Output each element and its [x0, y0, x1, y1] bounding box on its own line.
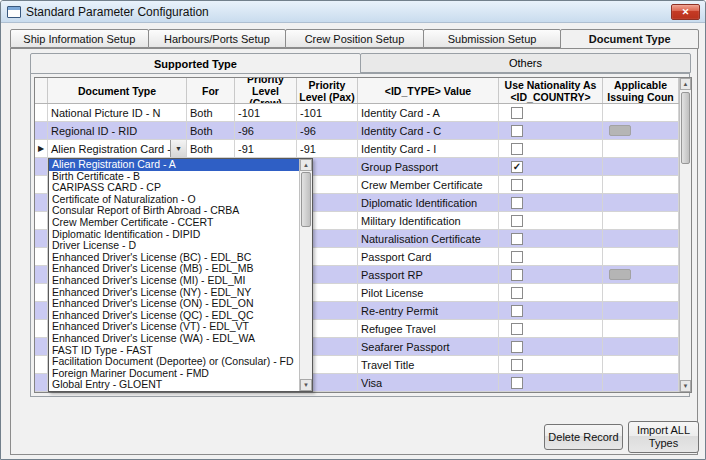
use-nationality-checkbox[interactable]	[511, 359, 523, 371]
dropdown-scroll-down-button[interactable]: ▼	[300, 379, 312, 391]
use-nationality-checkbox[interactable]	[511, 269, 523, 281]
cell-applicable-issuing-country[interactable]	[603, 230, 679, 248]
row-selector-cell[interactable]	[35, 140, 48, 158]
cell-use-nationality[interactable]	[499, 284, 603, 302]
cell-use-nationality[interactable]	[499, 104, 603, 122]
tab-harbours-ports-setup[interactable]: Harbours/Ports Setup	[148, 29, 287, 48]
cell-priority-crew[interactable]: -91	[235, 140, 297, 158]
cell-priority-crew[interactable]: -101	[235, 104, 297, 122]
cell-priority-pax[interactable]: -96	[297, 122, 358, 140]
dropdown-item[interactable]: Consular Report of Birth Abroad - CRBA	[49, 205, 299, 217]
cell-id-type-value[interactable]: Identity Card - A	[358, 104, 499, 122]
dropdown-scrollbar-thumb[interactable]	[301, 172, 311, 227]
dropdown-item[interactable]: Global Entry - GLOENT	[49, 379, 299, 391]
dropdown-item[interactable]: Crew Member Certificate - CCERT	[49, 217, 299, 229]
dropdown-item[interactable]: FAST ID Type - FAST	[49, 345, 299, 357]
cell-applicable-issuing-country[interactable]	[603, 176, 679, 194]
dropdown-item[interactable]: Enhanced Driver's License (MB) - EDL_MB	[49, 263, 299, 275]
cell-use-nationality[interactable]	[499, 158, 603, 176]
dropdown-item[interactable]: Foreign Mariner Document - FMD	[49, 368, 299, 380]
row-selector-cell[interactable]	[35, 104, 48, 122]
dropdown-item[interactable]: Alien Registration Card - A	[49, 159, 299, 171]
use-nationality-checkbox[interactable]	[511, 143, 523, 155]
cell-id-type-value[interactable]: Crew Member Certificate	[358, 176, 499, 194]
cell-applicable-issuing-country[interactable]	[603, 104, 679, 122]
subtab-others[interactable]: Others	[360, 53, 691, 73]
cell-applicable-issuing-country[interactable]	[603, 248, 679, 266]
use-nationality-checkbox[interactable]	[511, 215, 523, 227]
cell-id-type-value[interactable]: Identity Card - I	[358, 140, 499, 158]
cell-applicable-issuing-country[interactable]	[603, 302, 679, 320]
cell-id-type-value[interactable]: Refugee Travel	[358, 320, 499, 338]
use-nationality-checkbox[interactable]	[511, 287, 523, 299]
tab-submission-setup[interactable]: Submission Setup	[423, 29, 562, 48]
cell-id-type-value[interactable]: Naturalisation Certificate	[358, 230, 499, 248]
dropdown-item[interactable]: Enhanced Driver's License (NY) - EDL_NY	[49, 287, 299, 299]
cell-applicable-issuing-country[interactable]	[603, 320, 679, 338]
cell-for[interactable]: Both	[187, 140, 235, 158]
cell-priority-crew[interactable]: -96	[235, 122, 297, 140]
cell-use-nationality[interactable]	[499, 248, 603, 266]
dropdown-item[interactable]: Certificate of Naturalization - O	[49, 194, 299, 206]
use-nationality-checkbox[interactable]	[511, 233, 523, 245]
use-nationality-checkbox[interactable]	[511, 107, 523, 119]
cell-use-nationality[interactable]	[499, 230, 603, 248]
cell-document-type[interactable]: Alien Registration Card - A	[48, 140, 187, 158]
cell-use-nationality[interactable]	[499, 194, 603, 212]
row-selector-cell[interactable]	[35, 212, 48, 230]
cell-applicable-issuing-country[interactable]	[603, 140, 679, 158]
dropdown-item[interactable]: Enhanced Driver's License (BC) - EDL_BC	[49, 252, 299, 264]
cell-id-type-value[interactable]: Diplomatic Identification	[358, 194, 499, 212]
cell-priority-pax[interactable]: -101	[297, 104, 358, 122]
use-nationality-checkbox[interactable]	[511, 179, 523, 191]
cell-id-type-value[interactable]: Passport RP	[358, 266, 499, 284]
cell-id-type-value[interactable]: Re-entry Permit	[358, 302, 499, 320]
cell-for[interactable]: Both	[187, 104, 235, 122]
table-row[interactable]: National Picture ID - N Both -101 -101 I…	[35, 104, 679, 122]
scroll-up-button[interactable]: ▲	[680, 78, 691, 90]
cell-use-nationality[interactable]	[499, 338, 603, 356]
cell-applicable-issuing-country[interactable]	[603, 266, 679, 284]
row-selector-cell[interactable]	[35, 266, 48, 284]
cell-document-type[interactable]: National Picture ID - N	[48, 104, 187, 122]
row-selector-cell[interactable]	[35, 158, 48, 176]
cell-id-type-value[interactable]: Identity Card - C	[358, 122, 499, 140]
tab-crew-position-setup[interactable]: Crew Position Setup	[285, 29, 424, 48]
use-nationality-checkbox[interactable]	[511, 305, 523, 317]
dropdown-item[interactable]: Enhanced Driver's License (MI) - EDL_MI	[49, 275, 299, 287]
close-button[interactable]: ✕	[671, 4, 700, 20]
cell-applicable-issuing-country[interactable]	[603, 284, 679, 302]
row-selector-cell[interactable]	[35, 122, 48, 140]
delete-record-button[interactable]: Delete Record	[544, 424, 623, 450]
use-nationality-checkbox[interactable]	[511, 197, 523, 209]
use-nationality-checkbox[interactable]	[511, 341, 523, 353]
cell-id-type-value[interactable]: Seafarer Passport	[358, 338, 499, 356]
cell-use-nationality[interactable]	[499, 374, 603, 392]
import-all-types-button[interactable]: Import ALL Types	[628, 421, 699, 453]
row-selector-cell[interactable]	[35, 176, 48, 194]
row-selector-cell[interactable]	[35, 320, 48, 338]
row-selector-cell[interactable]	[35, 338, 48, 356]
cell-applicable-issuing-country[interactable]	[603, 374, 679, 392]
cell-id-type-value[interactable]: Passport Card	[358, 248, 499, 266]
cell-use-nationality[interactable]	[499, 176, 603, 194]
cell-id-type-value[interactable]: Travel Title	[358, 356, 499, 374]
use-nationality-checkbox[interactable]	[511, 125, 523, 137]
table-row[interactable]: Regional ID - RID Both -96 -96 Identity …	[35, 122, 679, 140]
dropdown-item[interactable]: Driver License - D	[49, 240, 299, 252]
row-selector-cell[interactable]	[35, 284, 48, 302]
row-selector-cell[interactable]	[35, 230, 48, 248]
use-nationality-checkbox[interactable]	[511, 161, 523, 173]
cell-for[interactable]: Both	[187, 122, 235, 140]
dropdown-item[interactable]: Facilitation Document (Deportee) or (Con…	[49, 356, 299, 368]
row-selector-cell[interactable]	[35, 248, 48, 266]
dropdown-item[interactable]: CARIPASS CARD - CP	[49, 182, 299, 194]
cell-applicable-issuing-country[interactable]	[603, 158, 679, 176]
dropdown-item[interactable]: Birth Certificate - B	[49, 171, 299, 183]
cell-document-type[interactable]: Regional ID - RID	[48, 122, 187, 140]
subtab-supported-type[interactable]: Supported Type	[30, 53, 361, 74]
combo-dropdown-button[interactable]	[170, 140, 186, 157]
dropdown-scroll-up-button[interactable]: ▲	[300, 159, 312, 171]
scrollbar-thumb[interactable]	[681, 92, 690, 164]
tab-document-type[interactable]: Document Type	[560, 29, 699, 49]
